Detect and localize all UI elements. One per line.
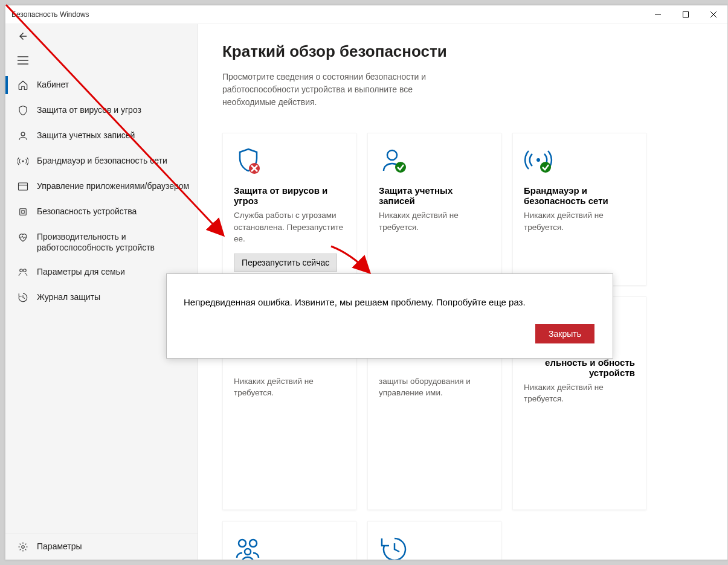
svg-point-21 <box>536 158 540 162</box>
dialog-message: Непредвиденная ошибка. Извините, мы реша… <box>184 297 594 307</box>
history-large-icon <box>379 535 490 560</box>
svg-point-8 <box>22 161 24 162</box>
back-button[interactable] <box>14 27 32 45</box>
minimize-button[interactable] <box>644 5 672 24</box>
nav-appbrowser[interactable]: Управление приложениями/браузером <box>5 174 198 199</box>
nav-label: Журнал защиты <box>37 292 100 302</box>
nav-performance[interactable]: Производительность и работоспособность у… <box>5 225 198 260</box>
svg-point-20 <box>395 162 406 173</box>
window-title: Безопасность Windows <box>11 10 89 19</box>
svg-point-7 <box>21 132 25 136</box>
nav-device-security[interactable]: Безопасность устройства <box>5 199 198 225</box>
tile-body: защиты оборудования и управление ими. <box>379 375 490 399</box>
nav-label: Кабинет <box>37 79 69 90</box>
nav-account[interactable]: Защита учетных записей <box>5 123 198 148</box>
tile-body: Никаких действий не требуется. <box>524 209 635 233</box>
tile-history[interactable]: Журнал защиты Просмотрите последние дейс… <box>367 521 501 560</box>
heart-icon <box>16 231 30 243</box>
nav-label: Защита от вирусов и угроз <box>37 104 141 115</box>
window-icon <box>16 180 30 193</box>
title-bar: Безопасность Windows <box>5 5 727 24</box>
nav-label: Параметры <box>37 541 82 552</box>
nav-label: Брандмауэр и безопасность сети <box>37 155 167 166</box>
svg-point-13 <box>20 269 23 272</box>
svg-rect-12 <box>22 211 25 214</box>
page-subtitle: Просмотрите сведения о состоянии безопас… <box>222 71 464 109</box>
svg-point-25 <box>245 549 251 555</box>
nav-label: Параметры для семьи <box>37 266 125 277</box>
shield-alert-icon <box>234 147 345 177</box>
family-icon <box>16 266 30 278</box>
tile-virus[interactable]: Защита от вирусов и угроз Служба работы … <box>222 133 356 286</box>
chip-icon <box>16 206 30 218</box>
nav-settings[interactable]: Параметры <box>5 534 198 560</box>
hamburger-button[interactable] <box>14 51 32 69</box>
svg-point-14 <box>24 269 27 272</box>
svg-rect-9 <box>19 183 28 190</box>
shield-icon <box>16 104 30 117</box>
nav-label: Защита учетных записей <box>37 130 135 141</box>
tile-body: Служба работы с угрозами остановлена. Пе… <box>234 209 345 245</box>
home-icon <box>16 79 30 91</box>
page-title: Краткий обзор безопасности <box>222 42 703 61</box>
restart-now-button[interactable]: Перезапустить сейчас <box>234 254 337 272</box>
nav-virus[interactable]: Защита от вирусов и угроз <box>5 98 198 123</box>
nav-label: Управление приложениями/браузером <box>37 180 189 191</box>
svg-point-15 <box>22 546 25 549</box>
tile-body: Никаких действий не требуется. <box>234 375 345 399</box>
nav-firewall[interactable]: Брандмауэр и безопасность сети <box>5 148 198 174</box>
antenna-icon <box>16 155 30 167</box>
history-icon <box>16 292 30 304</box>
tile-account[interactable]: Защита учетных записей Никаких действий … <box>367 133 501 286</box>
person-icon <box>16 130 30 142</box>
tile-firewall[interactable]: Брандмауэр и безопасность сети Никаких д… <box>512 133 646 286</box>
close-button[interactable] <box>700 5 727 24</box>
tile-title: Брандмауэр и безопасность сети <box>524 185 635 206</box>
svg-point-22 <box>540 162 551 173</box>
svg-rect-11 <box>20 209 27 215</box>
antenna-ok-icon <box>524 147 635 177</box>
tile-body: Никаких действий не требуется. <box>379 209 490 233</box>
gear-icon <box>16 541 30 553</box>
nav-label: Безопасность устройства <box>37 206 137 217</box>
person-ok-icon <box>379 147 490 177</box>
nav-home[interactable]: Кабинет <box>5 72 198 98</box>
tile-title: ельность и обность устройств <box>524 357 635 378</box>
family-large-icon <box>234 535 345 560</box>
tile-body: Никаких действий не требуется. <box>524 381 635 405</box>
tile-title: Защита от вирусов и угроз <box>234 185 345 206</box>
tile-family[interactable]: Параметры для семьи Определяйте условия … <box>222 521 356 560</box>
svg-rect-1 <box>683 12 689 18</box>
nav-label: Производительность и работоспособность у… <box>37 231 192 253</box>
svg-point-23 <box>239 540 246 547</box>
dialog-close-button[interactable]: Закрыть <box>535 324 594 343</box>
svg-point-24 <box>250 540 257 547</box>
error-dialog: Непредвиденная ошибка. Извините, мы реша… <box>166 273 613 359</box>
tile-title: Защита учетных записей <box>379 185 490 206</box>
maximize-button[interactable] <box>672 5 700 24</box>
svg-point-19 <box>387 150 397 160</box>
